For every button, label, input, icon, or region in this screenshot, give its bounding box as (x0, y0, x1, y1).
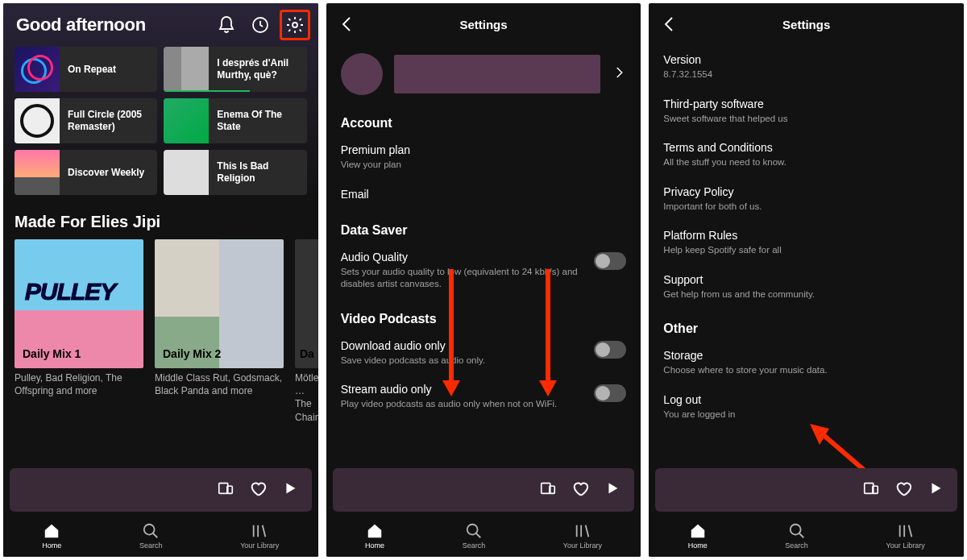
now-playing-indicator (164, 90, 249, 92)
connect-devices-icon[interactable] (217, 479, 234, 500)
row-audio-quality[interactable]: Audio QualitySets your audio quality to … (326, 243, 641, 299)
settings-icon[interactable] (285, 15, 305, 35)
tile-enema[interactable]: Enema Of The State (164, 98, 306, 143)
home-screen: Good afternoon On Repeat I després d'Ani… (3, 3, 318, 557)
tile-art (164, 150, 209, 195)
nav-library[interactable]: Your Library (886, 522, 924, 550)
nav-search[interactable]: Search (463, 522, 486, 550)
tile-full-circle[interactable]: Full Circle (2005 Remaster) (15, 98, 157, 143)
settings-highlight-box (280, 10, 310, 40)
tile-on-repeat[interactable]: On Repeat (15, 47, 157, 92)
nav-home[interactable]: Home (688, 522, 708, 550)
row-stream-audio-only[interactable]: Stream audio onlyPlay video podcasts as … (326, 375, 641, 419)
svg-point-11 (467, 525, 478, 535)
card-daily-mix-3[interactable]: Da Mötley … The Chair… (295, 239, 318, 424)
settings-screen-2: Settings Version8.7.32.1554 Third-party … (649, 3, 964, 557)
card-art: Da (295, 239, 318, 368)
like-icon[interactable] (249, 479, 267, 500)
tile-discover-weekly[interactable]: Discover Weekly (15, 150, 157, 195)
nav-home[interactable]: Home (42, 522, 61, 550)
card-daily-mix-1[interactable]: PULLEY Daily Mix 1 Pulley, Bad Religion,… (15, 239, 143, 424)
tile-art (15, 47, 60, 92)
toggle-audio-quality[interactable] (594, 252, 626, 270)
nav-search[interactable]: Search (785, 522, 808, 550)
back-icon[interactable] (338, 15, 357, 34)
tile-art (164, 98, 209, 143)
tile-anil-murthy[interactable]: I després d'Anil Murthy, què? (164, 47, 306, 92)
row-third-party[interactable]: Third-party softwareSweet software that … (649, 89, 964, 134)
toggle-stream-audio[interactable] (594, 384, 626, 402)
greeting: Good afternoon (16, 15, 146, 35)
row-logout[interactable]: Log outYou are logged in (649, 385, 964, 429)
nav-library[interactable]: Your Library (240, 522, 279, 550)
tile-art (15, 98, 60, 143)
made-for-heading: Made For Elies Jipi (3, 198, 318, 239)
play-icon[interactable] (281, 479, 299, 500)
section-account: Account (326, 108, 641, 135)
back-icon[interactable] (660, 15, 679, 34)
connect-devices-icon[interactable] (539, 479, 557, 500)
nav-library[interactable]: Your Library (563, 522, 602, 550)
bottom-nav: Home Search Your Library (326, 512, 641, 557)
section-data-saver: Data Saver (326, 215, 641, 243)
row-premium-plan[interactable]: Premium planView your plan (326, 135, 641, 180)
bottom-nav: Home Search Your Library (3, 512, 318, 557)
card-daily-mix-2[interactable]: Daily Mix 2 Middle Class Rut, Godsmack, … (155, 239, 284, 424)
row-privacy[interactable]: Privacy PolicyImportant for both of us. (649, 177, 964, 222)
row-download-audio-only[interactable]: Download audio onlySave video podcasts a… (326, 331, 641, 375)
like-icon[interactable] (894, 479, 912, 500)
chevron-right-icon (612, 65, 626, 83)
settings-title: Settings (459, 18, 507, 31)
row-platform-rules[interactable]: Platform RulesHelp keep Spotify safe for… (649, 221, 964, 265)
nav-search[interactable]: Search (139, 522, 163, 550)
row-email[interactable]: Email (326, 180, 641, 209)
tile-bad-religion[interactable]: This Is Bad Religion (164, 150, 306, 195)
notifications-icon[interactable] (217, 15, 236, 35)
profile-name-redacted (394, 55, 601, 93)
toggle-download-audio[interactable] (594, 341, 626, 359)
svg-point-16 (790, 525, 800, 535)
bottom-nav: Home Search Your Library (649, 512, 964, 557)
tile-art (164, 47, 209, 92)
connect-devices-icon[interactable] (862, 479, 880, 500)
svg-point-1 (293, 23, 297, 27)
settings-title: Settings (782, 18, 830, 31)
card-art: PULLEY Daily Mix 1 (15, 239, 143, 368)
nav-home[interactable]: Home (365, 522, 384, 550)
row-support[interactable]: SupportGet help from us and the communit… (649, 265, 964, 309)
card-art: Daily Mix 2 (155, 239, 284, 368)
section-video-podcasts: Video Podcasts (326, 304, 641, 331)
row-version: Version8.7.32.1554 (649, 45, 964, 89)
mini-player[interactable] (10, 468, 312, 512)
mini-player[interactable] (655, 468, 957, 512)
play-icon[interactable] (604, 479, 621, 500)
history-icon[interactable] (251, 15, 270, 35)
mini-player[interactable] (333, 468, 635, 512)
row-storage[interactable]: StorageChoose where to store your music … (649, 341, 964, 385)
settings-screen-1: Settings Account Premium planView your p… (326, 3, 641, 557)
profile-row[interactable] (326, 45, 641, 108)
svg-point-4 (144, 525, 155, 535)
tile-art (15, 150, 60, 195)
like-icon[interactable] (571, 479, 589, 500)
section-other: Other (649, 313, 964, 341)
avatar (341, 53, 383, 95)
play-icon[interactable] (927, 479, 944, 500)
row-terms[interactable]: Terms and ConditionsAll the stuff you ne… (649, 133, 964, 177)
